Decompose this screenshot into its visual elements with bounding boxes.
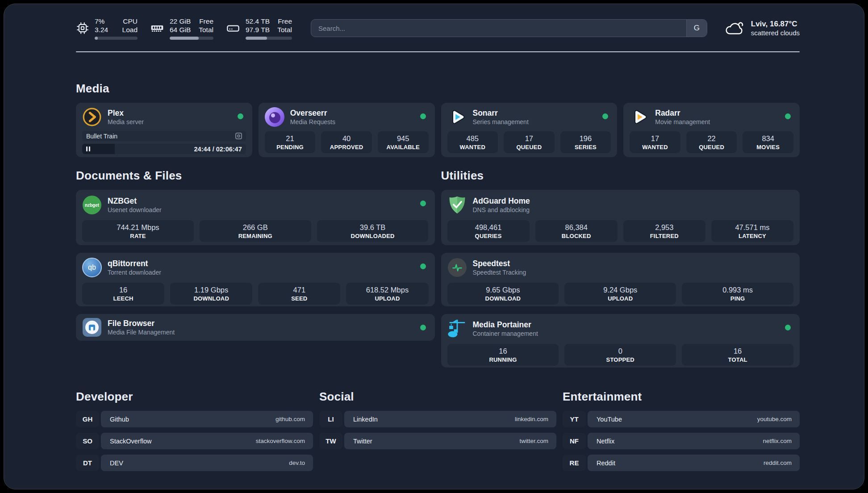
bookmark-abbr: GH: [76, 411, 99, 427]
top-bar: 7% 3.24 CPU Load: [76, 14, 800, 42]
stat-value: 744.21 Mbps: [117, 223, 159, 232]
app-subtitle: Torrent downloader: [108, 268, 161, 276]
stat-tile: 498,461QUERIES: [447, 220, 530, 242]
search-input[interactable]: [311, 20, 686, 37]
search-bar: G: [311, 19, 707, 37]
portainer-icon: [447, 319, 467, 338]
memory-total-label: Total: [199, 25, 213, 34]
section-title-developer: Developer: [76, 390, 313, 404]
memory-progress-fill: [170, 37, 199, 40]
pause-icon[interactable]: [86, 146, 90, 151]
filebrowser-icon: [82, 318, 102, 337]
app-card-radarr[interactable]: Radarr Movie management 17WANTED 22QUEUE…: [623, 103, 800, 157]
app-card-qbittorrent[interactable]: qb qBittorrent Torrent downloader 16LEEC…: [76, 253, 435, 306]
status-dot: [420, 263, 426, 269]
app-card-speedtest[interactable]: Speedtest Speedtest Tracking 9.65 GbpsDO…: [441, 253, 800, 306]
bookmark-url: linkedin.com: [515, 416, 548, 422]
stat-label: PING: [730, 295, 745, 302]
memory-free-value: 22 GiB: [170, 17, 191, 25]
bookmark-youtube[interactable]: YT YouTubeyoutube.com: [563, 411, 800, 427]
stat-tile: 22QUEUED: [686, 131, 737, 153]
app-card-nzbget[interactable]: nzbget NZBGet Usenet downloader 744.21 M…: [76, 190, 435, 245]
app-title: Plex: [108, 108, 144, 118]
stat-value: 39.6 TB: [360, 223, 385, 232]
disk-free-label: Free: [277, 17, 292, 25]
disk-icon: [226, 21, 240, 35]
status-dot: [238, 113, 243, 119]
radarr-icon: [630, 107, 649, 127]
sonarr-icon: [447, 107, 467, 127]
section-utilities: Utilities AdGuard Home DNS and adblockin…: [441, 169, 800, 368]
bookmark-abbr: DT: [76, 455, 99, 471]
stat-value: 1.19 Gbps: [194, 285, 228, 294]
app-title: Radarr: [655, 108, 710, 118]
app-card-filebrowser[interactable]: File Browser Media File Management: [76, 314, 435, 341]
bookmark-netflix[interactable]: NF Netflixnetflix.com: [563, 433, 800, 449]
bookmark-abbr: YT: [563, 411, 586, 427]
stat-label: RATE: [130, 233, 146, 240]
stat-tile: 16RUNNING: [447, 344, 559, 366]
memory-total-value: 64 GiB: [170, 25, 191, 34]
stat-tile: 834MOVIES: [743, 131, 793, 153]
stat-tile: 17WANTED: [630, 131, 680, 153]
cpu-progress-fill: [95, 37, 98, 40]
stat-value: 9.65 Gbps: [486, 285, 520, 294]
bookmark-abbr: SO: [76, 433, 99, 449]
stat-tile: 9.24 GbpsUPLOAD: [564, 283, 676, 305]
app-card-portainer[interactable]: Media Portainer Container management 16R…: [441, 314, 800, 368]
bookmark-reddit[interactable]: RE Redditreddit.com: [563, 455, 800, 471]
bookmark-twitter[interactable]: TW Twittertwitter.com: [319, 433, 556, 449]
dashboard: 7% 3.24 CPU Load: [4, 4, 864, 489]
cpu-progress-bar: [95, 37, 138, 40]
stat-value: 2,953: [655, 223, 673, 232]
nzbget-icon: nzbget: [82, 195, 102, 215]
stat-label: REMAINING: [238, 233, 272, 240]
camera-icon[interactable]: [235, 133, 242, 139]
stat-tile: 17QUEUED: [504, 131, 555, 153]
bookmark-name: DEV: [110, 460, 123, 467]
app-card-overseerr[interactable]: Overseerr Media Requests 21PENDING 40APP…: [259, 103, 435, 157]
section-entertainment: Entertainment YT YouTubeyoutube.com NF N…: [563, 390, 800, 476]
stat-label: BLOCKED: [562, 233, 591, 240]
playback-progress-row[interactable]: 24:44 / 02:06:47: [82, 144, 246, 154]
stat-value: 21: [286, 134, 294, 143]
weather-widget: Lviv, 16.87°C scattered clouds: [724, 19, 800, 37]
app-card-sonarr[interactable]: Sonarr Series management 485WANTED 17QUE…: [441, 103, 618, 157]
status-dot: [785, 325, 791, 330]
playback-time: 24:44 / 02:06:47: [194, 146, 242, 153]
memory-progress-bar: [170, 37, 213, 40]
bookmark-linkedin[interactable]: LI LinkedInlinkedin.com: [319, 411, 556, 427]
section-documents: Documents & Files nzbget NZBGet Usenet d…: [76, 169, 435, 368]
stat-tile: 1.19 GbpsDOWNLOAD: [170, 283, 252, 305]
app-subtitle: Media File Management: [108, 328, 175, 336]
app-title: Overseerr: [290, 108, 335, 118]
stat-value: 485: [467, 134, 479, 143]
bookmark-github[interactable]: GH Githubgithub.com: [76, 411, 313, 427]
stat-label: TOTAL: [728, 356, 747, 363]
stat-tile: 40APPROVED: [321, 131, 372, 153]
section-title-social: Social: [319, 390, 556, 404]
app-subtitle: Media server: [108, 118, 144, 126]
stat-value: 16: [499, 347, 507, 355]
stat-value: 0: [618, 347, 622, 355]
app-card-plex[interactable]: Plex Media server Bullet Train 24:44 / 0…: [76, 103, 252, 157]
app-subtitle: Container management: [473, 330, 538, 338]
system-stats: 7% 3.24 CPU Load: [76, 17, 292, 40]
memory-widget: 22 GiB 64 GiB Free Total: [150, 17, 213, 40]
search-engine-button[interactable]: G: [686, 20, 707, 37]
bookmark-url: youtube.com: [757, 416, 792, 422]
stat-tile: 9.65 GbpsDOWNLOAD: [447, 283, 559, 305]
app-title: AdGuard Home: [473, 196, 530, 206]
bookmark-name: Netflix: [597, 438, 614, 445]
stat-tile: 266 GBREMAINING: [200, 220, 311, 242]
app-title: qBittorrent: [108, 259, 161, 268]
bookmark-dev[interactable]: DT DEVdev.to: [76, 455, 313, 471]
section-title-documents: Documents & Files: [76, 169, 435, 183]
bookmark-name: Github: [110, 416, 129, 423]
stat-value: 498,461: [475, 223, 502, 232]
bookmark-stackoverflow[interactable]: SO StackOverflowstackoverflow.com: [76, 433, 313, 449]
stat-label: MOVIES: [756, 144, 780, 151]
app-card-adguard[interactable]: AdGuard Home DNS and adblocking 498,461Q…: [441, 190, 800, 245]
stat-label: UPLOAD: [375, 295, 400, 302]
stat-value: 0.993 ms: [722, 285, 753, 294]
